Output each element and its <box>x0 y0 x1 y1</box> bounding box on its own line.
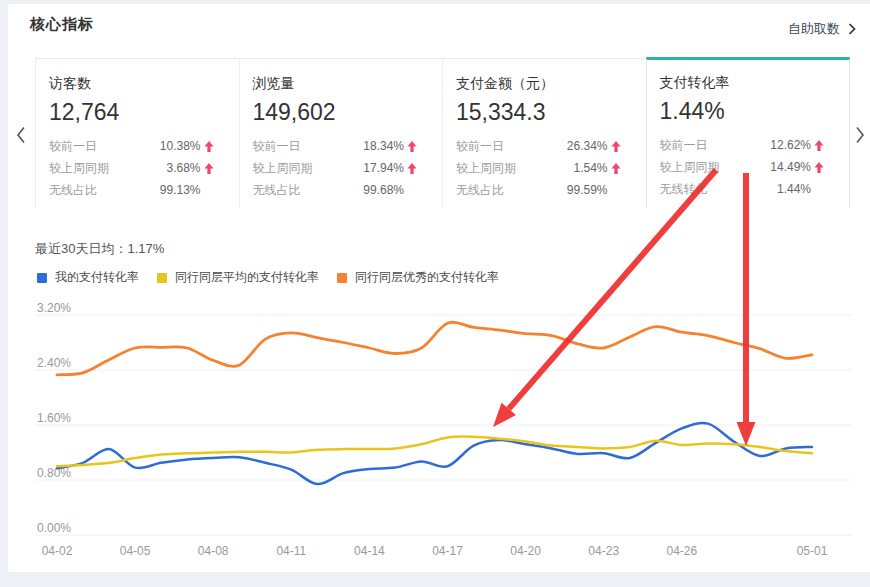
card-title: 访客数 <box>49 75 219 93</box>
metric-row-value: 1.44% <box>777 182 811 196</box>
metric-row-value: 14.49% <box>770 160 811 174</box>
metric-row-label: 较上周同期 <box>660 159 720 176</box>
svg-text:1.60%: 1.60% <box>37 411 71 425</box>
legend-item-my-rate[interactable]: 我的支付转化率 <box>37 269 139 286</box>
legend-item-peer-average[interactable]: 同行同层平均的支付转化率 <box>157 269 319 286</box>
svg-text:04-14: 04-14 <box>354 544 385 558</box>
card-value: 12,764 <box>49 99 219 126</box>
metric-row-label: 较上周同期 <box>253 160 313 177</box>
metric-row: 较上周同期 17.94% <box>253 157 423 179</box>
card-title: 浏览量 <box>253 75 423 93</box>
metric-row-label: 无线占比 <box>456 182 504 199</box>
legend-item-peer-excellent[interactable]: 同行同层优秀的支付转化率 <box>337 269 499 286</box>
legend-label: 同行同层平均的支付转化率 <box>175 269 319 286</box>
metric-row-label: 较前一日 <box>456 138 504 155</box>
carousel-prev-button[interactable] <box>12 124 30 146</box>
metric-row: 无线转化 1.44% <box>660 178 830 200</box>
svg-text:05-01: 05-01 <box>797 544 828 558</box>
metric-row-label: 较上周同期 <box>456 160 516 177</box>
legend-label: 我的支付转化率 <box>55 269 139 286</box>
metric-row: 较上周同期 14.49% <box>660 156 830 178</box>
card-value: 15,334.3 <box>456 99 626 126</box>
card-value: 1.44% <box>660 98 830 125</box>
metric-row: 无线占比 99.13% <box>49 179 219 201</box>
metric-row: 较前一日 12.62% <box>660 134 830 156</box>
up-arrow-icon <box>201 163 219 174</box>
metric-row: 较前一日 10.38% <box>49 135 219 157</box>
up-arrow-icon <box>608 141 626 152</box>
metric-row: 较上周同期 1.54% <box>456 157 626 179</box>
carousel-next-button[interactable] <box>851 124 869 146</box>
svg-text:04-26: 04-26 <box>666 544 697 558</box>
metric-row-label: 较前一日 <box>49 138 97 155</box>
metric-row-value: 18.34% <box>363 139 404 153</box>
metric-row-value: 1.54% <box>573 161 607 175</box>
legend-swatch-orange <box>337 273 347 283</box>
svg-text:04-02: 04-02 <box>42 544 73 558</box>
metric-row-value: 12.62% <box>770 138 811 152</box>
page-title: 核心指标 <box>30 15 94 34</box>
metric-row-value: 99.68% <box>363 183 404 197</box>
up-arrow-icon <box>608 163 626 174</box>
chevron-right-icon <box>855 126 865 144</box>
up-arrow-icon <box>404 163 422 174</box>
conversion-rate-line-chart: 0.00%0.80%1.60%2.40%3.20%04-0204-0504-08… <box>0 296 870 572</box>
metric-row-value: 99.13% <box>160 183 201 197</box>
metric-row-value: 17.94% <box>363 161 404 175</box>
up-arrow-icon <box>811 140 829 151</box>
self-service-data-label: 自助取数 <box>788 20 840 38</box>
svg-text:2.40%: 2.40% <box>37 356 71 370</box>
metric-card-visitors[interactable]: 访客数 12,764 较前一日 10.38% 较上周同期 3.68% 无线占比 … <box>36 59 240 208</box>
svg-text:3.20%: 3.20% <box>37 301 71 315</box>
svg-text:04-23: 04-23 <box>588 544 619 558</box>
metric-row-label: 较上周同期 <box>49 160 109 177</box>
metric-row-label: 较前一日 <box>660 137 708 154</box>
self-service-data-link[interactable]: 自助取数 <box>788 20 856 38</box>
svg-text:04-17: 04-17 <box>432 544 463 558</box>
metric-row-label: 较前一日 <box>253 138 301 155</box>
svg-text:04-20: 04-20 <box>510 544 541 558</box>
metric-card-payment-amount[interactable]: 支付金额（元） 15,334.3 较前一日 26.34% 较上周同期 1.54%… <box>443 59 647 208</box>
card-value: 149,602 <box>253 99 423 126</box>
metric-row-value: 3.68% <box>166 161 200 175</box>
chevron-left-icon <box>16 126 26 144</box>
card-title: 支付转化率 <box>660 74 830 92</box>
metric-card-conversion-rate[interactable]: 支付转化率 1.44% 较前一日 12.62% 较上周同期 14.49% 无线转… <box>646 57 851 208</box>
metric-row-value: 99.59% <box>567 183 608 197</box>
up-arrow-icon <box>404 141 422 152</box>
chart-average-summary: 最近30天日均：1.17% <box>35 240 164 258</box>
svg-text:0.80%: 0.80% <box>37 466 71 480</box>
metric-row-label: 无线占比 <box>49 182 97 199</box>
svg-text:04-05: 04-05 <box>120 544 151 558</box>
metric-row: 无线占比 99.68% <box>253 179 423 201</box>
legend-swatch-blue <box>37 273 47 283</box>
metric-row-value: 10.38% <box>160 139 201 153</box>
metric-row-label: 无线占比 <box>253 182 301 199</box>
card-title: 支付金额（元） <box>456 75 626 93</box>
up-arrow-icon <box>811 162 829 173</box>
chevron-right-icon <box>848 23 856 35</box>
metric-row: 较前一日 26.34% <box>456 135 626 157</box>
svg-text:04-11: 04-11 <box>276 544 306 558</box>
chart-legend: 我的支付转化率 同行同层平均的支付转化率 同行同层优秀的支付转化率 <box>37 269 499 286</box>
metric-row: 无线占比 99.59% <box>456 179 626 201</box>
metric-row-label: 无线转化 <box>660 181 708 198</box>
legend-swatch-yellow <box>157 273 167 283</box>
up-arrow-icon <box>201 141 219 152</box>
metric-row-value: 26.34% <box>567 139 608 153</box>
svg-text:0.00%: 0.00% <box>37 521 71 535</box>
svg-text:04-08: 04-08 <box>198 544 229 558</box>
metric-cards-row: 访客数 12,764 较前一日 10.38% 较上周同期 3.68% 无线占比 … <box>35 58 850 208</box>
metric-row: 较上周同期 3.68% <box>49 157 219 179</box>
metric-card-pageviews[interactable]: 浏览量 149,602 较前一日 18.34% 较上周同期 17.94% 无线占… <box>240 59 444 208</box>
legend-label: 同行同层优秀的支付转化率 <box>355 269 499 286</box>
metric-row: 较前一日 18.34% <box>253 135 423 157</box>
